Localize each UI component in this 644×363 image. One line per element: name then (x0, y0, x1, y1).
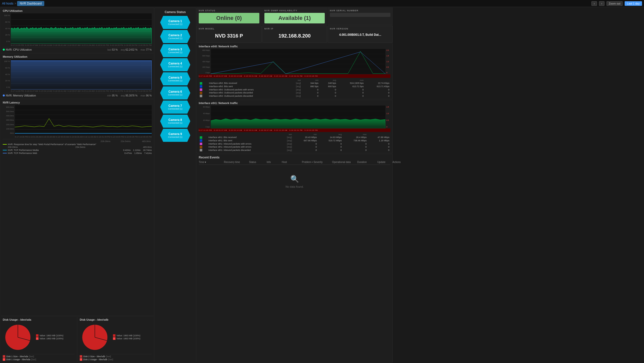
eth1-legend-tag-3: [avg] (281, 145, 293, 149)
eth0-right-y-2: 2.0 (386, 49, 390, 51)
sdb-footer-tag-1: [last] (106, 355, 111, 358)
camera-9-hex[interactable]: Camera 9 Connected (1) (160, 129, 190, 142)
eth0-y-0: 0 bps (199, 72, 210, 74)
eth0-legend-max-4: 0 (365, 94, 390, 98)
camera-4-hex[interactable]: Camera 4 Connected (1) (160, 58, 190, 71)
eth0-legend-color-1 (200, 85, 202, 88)
lat-legend-label-2: NVR: TCP Performance Media (8, 149, 39, 151)
events-col-host[interactable]: Host (282, 161, 302, 163)
sda-footer-tag-2: [last] (31, 358, 36, 361)
eth1-legend-min-1: 519.72 Mbps (318, 139, 343, 142)
events-col-duration[interactable]: Duration (357, 161, 377, 163)
eth1-legend-tag-1: [avg] (281, 139, 293, 142)
eth1-right-y-15: 1.5 (386, 106, 390, 108)
eth1-legend-label-3: Interface eth1: Inbound packets with err… (208, 145, 281, 149)
cpu-stat-max: max 77 % (141, 48, 152, 51)
eth1-legend-avg-0: 26.4 Mbps (343, 136, 368, 139)
mem-y-20: 20 % (3, 80, 10, 82)
eth0-right-y-15: 1.5 (386, 55, 390, 57)
nvr-snmp-card: NVR SNMP AVAILABILITY Available (1) (262, 8, 327, 25)
eth0-legend-tag-2: [avg] (290, 88, 302, 91)
eth1-y-20: 20 Mbps (199, 119, 210, 121)
eth0-legend-label-0: Interface eth0: Bits received (208, 82, 290, 85)
events-col-time[interactable]: Time ▾ (199, 161, 224, 163)
eth1-legend-row-2: Interface eth1: Inbound packets with err… (199, 142, 390, 145)
lat-stat-1: 0.42ms 1.12ms 10.74ms (123, 149, 152, 151)
eth0-legend-max-3: 0 (365, 91, 390, 94)
mem-ts-5: 6-15 11:34 AM (82, 90, 95, 92)
disk-sdb-legend-2: Value: 1863 MB (100%) (113, 337, 140, 340)
eth0-right-y-05: 0.5 (386, 66, 390, 68)
camera-3-hex[interactable]: Camera 3 Connected (1) (160, 44, 190, 57)
cpu-legend-dot (3, 49, 5, 51)
mem-y-0: 0 % (3, 86, 10, 88)
nvr-model-value: NVD 3316 P (199, 31, 259, 41)
eth0-legend-color-2 (200, 88, 202, 91)
mem-ts-1: 6-18 01:47 AM (25, 90, 38, 92)
camera-2-status: Connected (1) (168, 37, 182, 40)
mem-y-40: 40 % (3, 73, 10, 76)
disk-sdb-pie (80, 322, 110, 352)
lat-ts-9: 6-18 09:05 PM (138, 136, 151, 138)
cpu-chart-title: CPU Utilization (3, 9, 152, 12)
memory-chart-area (11, 59, 152, 89)
camera-8-hex[interactable]: Camera 8 Connected (1) (160, 115, 190, 128)
eth1-col-max: max (343, 133, 368, 136)
events-col-opdata[interactable]: Operational data (332, 161, 357, 163)
eth1-legend-tag-4: [avg] (281, 149, 293, 152)
nav-prev-btn[interactable]: ‹ (591, 1, 597, 6)
eth1-col-min: min (293, 133, 318, 136)
cpu-y-100: 100 % (3, 14, 10, 17)
time-range-btn[interactable]: Last 1 day (625, 1, 642, 6)
latency-chart-title: NVR Latency (3, 101, 152, 104)
events-col-info[interactable]: Info (267, 161, 282, 163)
eth0-y-400: 400 Kbps (199, 61, 210, 62)
camera-2-name: Camera 2 (168, 34, 182, 37)
nav-tab-dashboard[interactable]: NVR Dashboard (17, 1, 44, 6)
cpu-stat-last: last 53 % (107, 48, 118, 51)
events-col-problem[interactable]: Problem • Severity (302, 161, 332, 163)
cpu-ts-7: 6-18 04:28 PM (110, 44, 123, 46)
eth0-col-max: max (337, 79, 365, 82)
eth0-right-y-1: 1.0 (386, 61, 390, 62)
nvr-snmp-value: Available (1) (264, 13, 325, 23)
events-col-update[interactable]: Update (377, 161, 392, 163)
eth1-legend-table: last min avg max Interface eth1: Bits re… (199, 133, 390, 152)
eth1-legend-max-4: 0 (368, 149, 390, 152)
eth1-legend-label-0: Interface eth1: Bits received (208, 136, 281, 139)
camera-6-hex[interactable]: Camera 6 Connected (1) (160, 86, 190, 100)
eth0-legend-color-4 (200, 95, 202, 97)
camera-2-hex[interactable]: Camera 2 Connected (1) (160, 30, 190, 43)
lat-y-100: 100.0ms (3, 128, 14, 130)
zoom-out-btn[interactable]: Zoom out (607, 1, 623, 6)
cpu-ts-2: 6-15 04:14 AM (39, 44, 52, 46)
nav-next-btn[interactable]: › (599, 1, 605, 6)
lat-header-last: 208.09ms (95, 140, 110, 143)
eth1-y-60: 60 Mbps (199, 106, 210, 108)
camera-5-hex[interactable]: Camera 5 Connected (1) (160, 72, 190, 85)
mem-ts-4: 6-18 09:07 AM (67, 90, 80, 92)
sda-footer-label-1: Disk 1 Size - /dev/sda (6, 355, 28, 358)
camera-9-status: Connected (1) (168, 136, 182, 138)
sdb-footer-dot-1 (80, 355, 82, 358)
camera-7-hex[interactable]: Camera 7 Connected (1) (160, 101, 190, 114)
memory-chart-section: Memory Utilization 100 % 60 % 40 % 20 % … (1, 53, 154, 99)
nvr-status-row-1: NVR STATUS Online (0) NVR SNMP AVAILABIL… (196, 8, 393, 25)
eth0-legend-min-4: 0 (319, 94, 337, 98)
lat-stat-0-last: 208.09ms (8, 146, 18, 148)
lat-ts-6: 6-18 01:35 PM (97, 136, 110, 138)
events-col-actions[interactable]: Actions (392, 161, 408, 163)
events-col-status[interactable]: Status (249, 161, 267, 163)
eth0-legend-color-0 (200, 82, 202, 85)
camera-7-name: Camera 7 (168, 104, 182, 108)
disk-sdb-legend-1-label: Value: 1863 MB (100%) (116, 334, 140, 337)
events-col-recovery[interactable]: Recovery time (224, 161, 249, 163)
nvr-version-value: 4.001.00IB001.0.T, Build Dat... (330, 31, 390, 39)
breadcrumb-all-hosts[interactable]: All hosts (2, 2, 13, 5)
camera-4-status: Connected (1) (168, 65, 182, 68)
mem-ts-6: 6-18 02:01 PM (96, 90, 109, 92)
camera-status-title: Camera Status (156, 10, 195, 14)
eth1-ts-strip: 6-17 11:20 PM 6-18 01:47 AM 6-15 04:14 A… (199, 129, 318, 131)
camera-1-hex[interactable]: Camera 1 Connected (1) (160, 16, 190, 29)
mem-ts-3: 6-18 06:41 AM (53, 90, 66, 92)
